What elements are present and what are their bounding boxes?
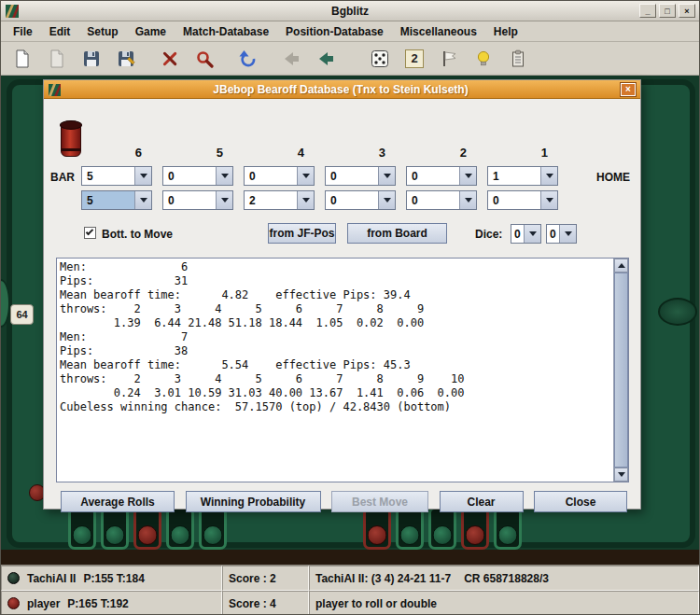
menu-game[interactable]: Game [127, 23, 175, 40]
point-column-headers: 6 5 4 3 2 1 [81, 146, 558, 160]
top-point3-combo[interactable]: 0 [325, 166, 396, 186]
cr-value: CR 658718828/3 [464, 572, 549, 585]
chevron-down-icon[interactable] [297, 191, 314, 209]
maximize-button[interactable]: □ [659, 4, 676, 18]
tools-icon[interactable] [156, 45, 184, 73]
menu-position-database[interactable]: Position-Database [277, 23, 392, 40]
dialog-titlebar[interactable]: JBebop Bearoff Database (Tnx to Stein Ku… [44, 80, 640, 99]
hint-bulb-icon[interactable] [469, 45, 497, 73]
double-cube-icon[interactable]: 2 [400, 45, 428, 73]
save-as-icon[interactable] [112, 45, 140, 73]
menu-miscellaneous[interactable]: Miscellaneous [392, 23, 485, 40]
minimize-button[interactable]: _ [639, 4, 656, 18]
chevron-down-icon[interactable] [459, 167, 476, 185]
player2-score: Score : 4 [222, 591, 309, 615]
chevron-down-icon[interactable] [134, 167, 151, 185]
chevron-down-icon[interactable] [540, 191, 557, 209]
average-rolls-button[interactable]: Average Rolls [61, 491, 175, 512]
red-checker[interactable] [368, 525, 387, 545]
from-jf-pos-button[interactable]: from JF-Pos [268, 223, 336, 244]
dialog-close-button[interactable]: × [621, 83, 636, 96]
chevron-down-icon[interactable] [378, 191, 395, 209]
bottom-point4-combo[interactable]: 2 [244, 190, 315, 210]
red-checker[interactable] [466, 525, 485, 545]
window-titlebar[interactable]: Bgblitz _ □ × [1, 1, 699, 21]
board-right-knob [658, 298, 697, 326]
column-header: 3 [325, 146, 396, 160]
save-icon[interactable] [77, 45, 105, 73]
from-board-button[interactable]: from Board [347, 223, 447, 244]
bottom-point3-combo[interactable]: 0 [325, 190, 396, 210]
doubling-cube[interactable]: 64 [10, 304, 34, 325]
chevron-down-icon[interactable] [540, 167, 557, 185]
bottom-point5-combo[interactable]: 0 [162, 190, 233, 210]
bott-to-move-checkbox[interactable] [84, 227, 96, 239]
close-dialog-button[interactable]: Close [534, 491, 627, 512]
scroll-up-icon[interactable] [614, 259, 628, 273]
resign-flag-icon[interactable] [435, 45, 463, 73]
chevron-down-icon[interactable] [524, 225, 540, 243]
home-label: HOME [596, 171, 630, 184]
green-checker[interactable] [498, 525, 518, 545]
top-point1-combo[interactable]: 1 [487, 166, 558, 186]
dice1-combo[interactable]: 0 [511, 224, 541, 244]
menu-edit[interactable]: Edit [41, 23, 79, 40]
menu-file[interactable]: File [5, 23, 41, 40]
copy-position-icon[interactable] [504, 45, 532, 73]
dialog-icon [49, 83, 61, 95]
best-move-button: Best Move [331, 491, 428, 512]
open-document-icon[interactable] [43, 45, 71, 73]
top-point6-combo[interactable]: 5 [81, 166, 152, 186]
dice-label: Dice: [475, 228, 502, 241]
top-player-combo-row: 5 0 0 0 0 1 [81, 166, 558, 186]
dice2-combo[interactable]: 0 [546, 224, 577, 244]
menu-match-database[interactable]: Match-Database [175, 23, 277, 40]
window-title: Bgblitz [1, 5, 699, 18]
green-checker[interactable] [400, 525, 420, 545]
bearoff-output-area[interactable]: Men: 6 Pips: 31 Mean bearoff time: 4.82 … [56, 258, 629, 482]
chevron-down-icon[interactable] [297, 167, 314, 185]
chevron-down-icon[interactable] [559, 225, 576, 243]
status-row-bottom: player P:165 T:192 Score : 4 player to r… [1, 591, 699, 615]
green-checker[interactable] [171, 525, 190, 545]
tray-socket [428, 507, 456, 550]
menu-help[interactable]: Help [485, 23, 526, 40]
top-point2-combo[interactable]: 0 [406, 166, 477, 186]
dialog-body: 6 5 4 3 2 1 BAR HOME 5 0 0 0 0 1 5 0 2 [44, 99, 640, 509]
bottom-point1-combo[interactable]: 0 [487, 190, 558, 210]
new-document-icon[interactable] [8, 45, 36, 73]
chevron-down-icon[interactable] [216, 191, 232, 209]
green-checker[interactable] [203, 525, 223, 545]
menu-bar: File Edit Setup Game Match-Database Posi… [1, 21, 699, 42]
app-icon [6, 5, 19, 18]
green-checker[interactable] [73, 525, 92, 545]
tray-socket [133, 507, 161, 550]
dialog-title: JBebop Bearoff Database (Tnx to Stein Ku… [61, 83, 621, 96]
chevron-down-icon[interactable] [378, 167, 395, 185]
vertical-scrollbar[interactable] [613, 259, 628, 482]
tray-socket [101, 507, 129, 550]
top-point4-combo[interactable]: 0 [244, 166, 315, 186]
top-point5-combo[interactable]: 0 [162, 166, 233, 186]
winning-probability-button[interactable]: Winning Probability [186, 491, 321, 512]
menu-setup[interactable]: Setup [78, 23, 126, 40]
chevron-down-icon[interactable] [216, 167, 232, 185]
chevron-down-icon[interactable] [459, 191, 476, 209]
tray-socket [166, 507, 194, 550]
bottom-point2-combo[interactable]: 0 [406, 190, 477, 210]
scroll-down-icon[interactable] [614, 468, 628, 482]
green-checker[interactable] [105, 525, 125, 545]
close-button[interactable]: × [679, 4, 695, 18]
previous-arrow-icon[interactable] [313, 45, 341, 73]
undo-icon[interactable] [234, 45, 262, 73]
analyze-icon[interactable] [190, 45, 218, 73]
chevron-down-icon[interactable] [134, 191, 151, 209]
clear-button[interactable]: Clear [440, 491, 524, 512]
green-checker[interactable] [433, 525, 453, 545]
bottom-point6-combo[interactable]: 5 [81, 190, 152, 210]
bottom-player-combo-row: 5 0 2 0 0 0 [81, 190, 558, 210]
red-checker[interactable] [138, 525, 158, 545]
dice-icon[interactable] [366, 45, 394, 73]
back-arrow-icon[interactable] [278, 45, 306, 73]
scrollbar-thumb[interactable] [614, 273, 628, 468]
